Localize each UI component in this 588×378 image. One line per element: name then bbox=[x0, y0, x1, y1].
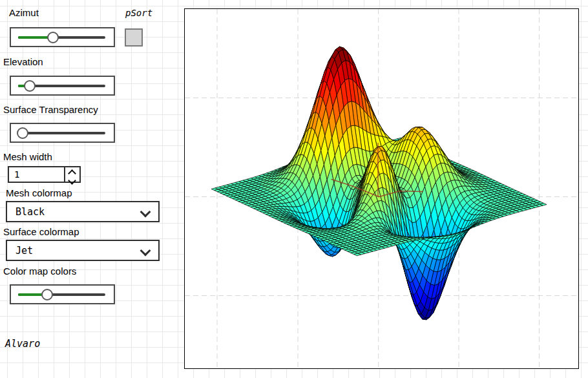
psort-button[interactable] bbox=[125, 28, 143, 47]
signature-text: Alvaro bbox=[5, 338, 40, 350]
surface-transparency-slider[interactable] bbox=[10, 123, 115, 143]
mesh-width-spin-buttons bbox=[64, 167, 79, 182]
surface-colormap-select[interactable]: Jet bbox=[6, 240, 160, 261]
elevation-slider[interactable] bbox=[10, 76, 115, 96]
chevron-down-icon bbox=[140, 246, 151, 257]
spin-down-button[interactable] bbox=[65, 174, 79, 182]
chevron-down-icon bbox=[140, 207, 151, 218]
slider-thumb[interactable] bbox=[47, 32, 59, 43]
psort-label: pSort bbox=[125, 8, 152, 18]
elevation-label: Elevation bbox=[3, 56, 43, 67]
mesh-width-input[interactable] bbox=[9, 167, 67, 182]
app-canvas: Azimut pSort Elevation Surface Transpare… bbox=[0, 0, 588, 378]
colormap-colors-slider[interactable] bbox=[10, 284, 115, 304]
surface-transparency-label: Surface Transparency bbox=[3, 104, 98, 115]
slider-thumb[interactable] bbox=[17, 127, 28, 139]
mesh-colormap-select[interactable]: Black bbox=[6, 201, 160, 222]
slider-thumb[interactable] bbox=[24, 80, 36, 92]
chevron-down-icon bbox=[68, 176, 76, 185]
mesh-colormap-label: Mesh colormap bbox=[6, 187, 72, 198]
plot-area[interactable] bbox=[184, 8, 579, 369]
azimut-slider[interactable] bbox=[10, 27, 115, 47]
slider-thumb[interactable] bbox=[41, 289, 53, 300]
mesh-width-label: Mesh width bbox=[3, 151, 52, 162]
azimut-label: Azimut bbox=[9, 7, 39, 18]
peaks-surface-plot[interactable] bbox=[185, 9, 578, 368]
colormap-colors-label: Color map colors bbox=[3, 266, 76, 277]
mesh-colormap-value: Black bbox=[16, 206, 45, 218]
mesh-width-stepper[interactable] bbox=[8, 166, 81, 183]
slider-track[interactable] bbox=[18, 132, 105, 134]
surface-colormap-label: Surface colormap bbox=[3, 226, 79, 237]
surface-colormap-value: Jet bbox=[16, 245, 33, 257]
